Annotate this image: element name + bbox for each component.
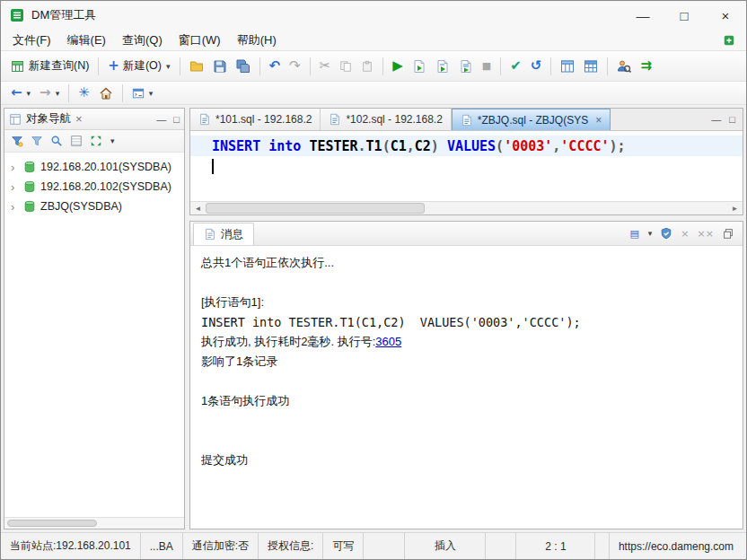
new-button[interactable]: + 新建(O) ▾ bbox=[103, 56, 174, 76]
navigator-view-icon bbox=[9, 113, 22, 126]
list-view-button[interactable] bbox=[70, 135, 83, 147]
navigator-close-button[interactable]: × bbox=[75, 112, 83, 126]
editor-tab-zbjq[interactable]: *ZBJQ.sql - ZBJQ(SYS × bbox=[452, 109, 611, 130]
close-button[interactable]: × bbox=[705, 1, 746, 30]
open-folder-button[interactable] bbox=[185, 57, 208, 76]
back-button[interactable]: ←▾ bbox=[6, 83, 35, 102]
code-token: C1 bbox=[391, 138, 407, 154]
scroll-right-arrow[interactable]: ► bbox=[727, 205, 743, 213]
menu-query[interactable]: 查询(Q) bbox=[114, 31, 171, 50]
save-button[interactable] bbox=[208, 57, 232, 76]
tree-item-101[interactable]: › 192.168.20.101(SYSDBA) bbox=[4, 157, 184, 177]
editor-tab-102[interactable]: *102.sql - 192.168.2 bbox=[321, 109, 451, 130]
search-button[interactable] bbox=[50, 135, 63, 147]
tree-item-zbjq[interactable]: › ZBJQ(SYSDBA) bbox=[4, 197, 184, 216]
filter-clear-button[interactable] bbox=[31, 135, 43, 147]
navigator-maximize-button[interactable]: □ bbox=[173, 114, 180, 125]
navigator-header: 对象导航 × — □ bbox=[4, 109, 184, 130]
save-all-icon bbox=[236, 59, 250, 74]
clear-console-button[interactable]: × bbox=[681, 229, 689, 239]
run-script-button[interactable] bbox=[408, 57, 431, 76]
status-url[interactable]: https://eco.dameng.com bbox=[609, 533, 746, 559]
asterisk-button[interactable]: ✳ bbox=[74, 83, 94, 102]
twisty-icon[interactable]: › bbox=[11, 201, 19, 213]
toolbar-main: 新建查询(N) + 新建(O) ▾ ↶ ↷ ✂ bbox=[1, 51, 746, 82]
filter-button[interactable] bbox=[11, 135, 23, 147]
code-token: TESTER bbox=[309, 138, 357, 154]
run-to-cursor-button[interactable] bbox=[454, 57, 478, 76]
schedule-view-button[interactable] bbox=[579, 57, 602, 76]
menu-window[interactable]: 窗口(W) bbox=[171, 31, 229, 50]
sql-editor[interactable]: INSERT into TESTER.T1(C1,C2) VALUES('000… bbox=[190, 131, 743, 201]
forward-icon: → bbox=[40, 86, 51, 100]
editor-hscrollbar[interactable]: ◄ ► bbox=[190, 201, 743, 214]
transfer-button[interactable]: ⇉ bbox=[636, 57, 656, 75]
scroll-left-arrow[interactable]: ◄ bbox=[190, 205, 206, 213]
cut-button[interactable]: ✂ bbox=[315, 57, 336, 75]
menu-edit[interactable]: 编辑(E) bbox=[59, 31, 114, 50]
tabbar-maximize-button[interactable]: □ bbox=[729, 114, 735, 125]
home-icon bbox=[99, 86, 113, 101]
code-token: ( bbox=[382, 138, 391, 154]
tree-item-label: 192.168.20.102(SYSDBA) bbox=[40, 180, 171, 193]
separator bbox=[180, 57, 180, 75]
stop-button[interactable]: ■ bbox=[478, 58, 496, 74]
tabbar-minimize-button[interactable]: — bbox=[711, 114, 721, 125]
scroll-track[interactable] bbox=[206, 202, 727, 214]
view-menu-dropdown[interactable]: ▾ bbox=[110, 136, 115, 145]
shield-button[interactable] bbox=[660, 227, 672, 240]
doc-run-icon bbox=[459, 59, 473, 74]
redo-button[interactable]: ↷ bbox=[285, 57, 305, 75]
exec-number-link[interactable]: 3605 bbox=[375, 335, 401, 348]
dropdown-icon[interactable]: ▾ bbox=[648, 229, 653, 238]
navigator-minimize-button[interactable]: — bbox=[156, 114, 166, 125]
separator bbox=[68, 84, 69, 102]
menubar: 文件(F) 编辑(E) 查询(Q) 窗口(W) 帮助(H) bbox=[1, 30, 746, 51]
minimize-button[interactable]: — bbox=[622, 1, 664, 30]
tab-close-icon[interactable]: × bbox=[595, 114, 602, 127]
commit-button[interactable]: ✔ bbox=[505, 57, 526, 75]
tree-item-102[interactable]: › 192.168.20.102(SYSDBA) bbox=[4, 177, 184, 197]
paste-button[interactable] bbox=[356, 57, 378, 75]
twisty-icon[interactable]: › bbox=[11, 181, 19, 193]
menu-help[interactable]: 帮助(H) bbox=[229, 31, 285, 50]
undo-button[interactable]: ↶ bbox=[265, 57, 286, 75]
forward-button[interactable]: →▾ bbox=[35, 83, 64, 102]
run-selection-button[interactable] bbox=[431, 57, 454, 76]
run-button[interactable]: ▶ bbox=[388, 57, 408, 75]
message-sql-line: INSERT into TESTER.T1(C1,C2) VALUES('000… bbox=[201, 312, 732, 332]
scrollbar-thumb[interactable] bbox=[7, 520, 97, 527]
message-doc-icon bbox=[204, 228, 216, 241]
paste-icon bbox=[361, 60, 374, 73]
message-line bbox=[201, 372, 732, 391]
close-all-button[interactable]: ×× bbox=[698, 229, 714, 239]
separator bbox=[550, 57, 551, 75]
separator bbox=[122, 84, 123, 102]
editor-area: *101.sql - 192.168.2 *102.sql - 192.168.… bbox=[189, 108, 743, 215]
messages-body: 总共1个语句正依次执行... [执行语句1]: INSERT into TEST… bbox=[190, 246, 743, 529]
twisty-icon[interactable]: › bbox=[11, 162, 19, 173]
scrollbar-thumb[interactable] bbox=[206, 203, 425, 214]
navigator-hscrollbar[interactable] bbox=[4, 517, 184, 529]
dropdown-icon: ▾ bbox=[149, 89, 154, 98]
messages-tab[interactable]: 消息 bbox=[193, 223, 254, 245]
code-token bbox=[260, 138, 268, 154]
expand-button[interactable] bbox=[90, 135, 102, 147]
run-icon: ▶ bbox=[392, 59, 403, 73]
console-button[interactable]: ▾ bbox=[127, 84, 158, 102]
window-title: DM管理工具 bbox=[31, 7, 96, 23]
new-query-button[interactable]: 新建查询(N) bbox=[6, 56, 93, 76]
rollback-button[interactable]: ↺ bbox=[526, 57, 547, 75]
restore-button[interactable] bbox=[722, 227, 734, 240]
table-view-button[interactable] bbox=[556, 57, 579, 76]
home-button[interactable] bbox=[94, 83, 118, 103]
copy-button[interactable] bbox=[335, 57, 356, 75]
maximize-button[interactable]: □ bbox=[664, 1, 705, 30]
save-all-button[interactable] bbox=[232, 57, 255, 76]
code-token: T1 bbox=[366, 138, 382, 154]
menu-file[interactable]: 文件(F) bbox=[4, 31, 59, 50]
view-menu-button[interactable]: ▤ bbox=[629, 229, 638, 239]
user-search-button[interactable] bbox=[612, 57, 636, 76]
sql-file-icon bbox=[461, 114, 473, 127]
editor-tab-101[interactable]: *101.sql - 192.168.2 bbox=[190, 109, 321, 130]
